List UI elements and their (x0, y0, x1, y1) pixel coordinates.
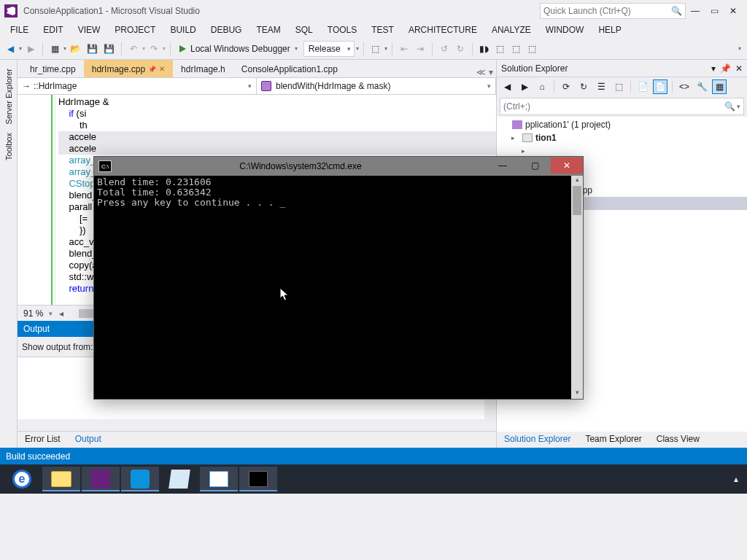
scope-select[interactable]: →::HdrImage (18, 78, 257, 94)
cmd-vscroll[interactable]: ▴ ▾ (571, 176, 583, 399)
menu-window[interactable]: WINDOW (538, 23, 592, 36)
se-refresh-button[interactable]: ↻ (576, 79, 591, 94)
file-tab[interactable]: hdrImage.h (173, 60, 233, 77)
se-preview-button[interactable]: 📄 (653, 79, 667, 94)
member-select[interactable]: blendWith(HdrImage & mask) (257, 78, 496, 94)
menu-build[interactable]: BUILD (163, 23, 203, 36)
se-dropdown-icon[interactable]: ▾ (711, 63, 716, 74)
taskbar-app-a[interactable] (121, 467, 159, 491)
scroll-down-button[interactable]: ▾ (571, 389, 583, 399)
file-tab[interactable]: hr_time.cpp (22, 60, 84, 77)
se-search-input[interactable] (503, 101, 724, 112)
right-bottom-tab-team-explorer[interactable]: Team Explorer (578, 432, 649, 448)
menu-architecture[interactable]: ARCHITECTURE (401, 23, 484, 36)
right-bottom-tab-class-view[interactable]: Class View (649, 432, 707, 448)
se-fwd-button[interactable]: ▶ (517, 79, 532, 94)
flag-button[interactable]: ▮◗ (477, 41, 492, 57)
cmd-body[interactable]: Blend time: 0.231606 Total time: 0.63634… (94, 176, 583, 399)
menu-analyze[interactable]: ANALYZE (484, 23, 538, 36)
menu-help[interactable]: HELP (591, 23, 628, 36)
menu-file[interactable]: FILE (3, 23, 36, 36)
taskbar-vs[interactable] (82, 467, 120, 491)
new-project-button[interactable]: ▦ (47, 41, 62, 57)
indent-button[interactable]: ⇤ (397, 41, 411, 57)
menu-tools[interactable]: TOOLS (320, 23, 364, 36)
quick-launch[interactable]: 🔍 (540, 3, 686, 19)
side-tab-server-explorer[interactable]: Server Explorer (3, 64, 15, 128)
se-sync-button[interactable]: ⟳ (559, 79, 573, 94)
start-debugging-button[interactable]: Local Windows Debugger ▾ (175, 40, 302, 58)
zoom-chevron-icon[interactable]: ▾ (49, 310, 55, 317)
forward-button[interactable]: ▶ (23, 41, 38, 57)
open-file-button[interactable]: 📂 (68, 41, 83, 57)
menu-view[interactable]: VIEW (71, 23, 108, 36)
close-tab-icon[interactable]: ✕ (159, 65, 165, 73)
se-back-button[interactable]: ◀ (500, 79, 514, 94)
bottom-tab-output[interactable]: Output (68, 432, 109, 448)
se-pin-icon[interactable]: 📌 (720, 63, 731, 74)
quick-launch-input[interactable] (543, 6, 671, 16)
scroll-left-button[interactable]: ◂ (55, 308, 67, 319)
cmd-close-button[interactable]: ✕ (551, 158, 583, 174)
output-hscroll[interactable] (18, 419, 484, 431)
bottom-tab-error-list[interactable]: Error List (18, 432, 68, 448)
taskbar-notepad[interactable] (160, 467, 198, 491)
se-collapse-button[interactable]: ☰ (594, 79, 608, 94)
cmd-maximize-button[interactable]: ▢ (519, 158, 551, 174)
expand-icon[interactable]: ▸ (511, 134, 519, 141)
menu-test[interactable]: TEST (364, 23, 401, 36)
tab-menu-icon[interactable]: ▾ (489, 67, 493, 77)
se-search[interactable]: 🔍 ▾ (500, 98, 744, 115)
se-code-button[interactable]: <> (677, 79, 692, 94)
taskbar-cmd[interactable] (239, 467, 277, 491)
taskbar-ie[interactable] (3, 467, 41, 491)
minimize-button[interactable]: — (686, 6, 705, 16)
se-properties-button[interactable]: 🔧 (694, 79, 709, 94)
save-all-button[interactable]: 💾 (101, 41, 117, 57)
se-class-view-button[interactable]: ▦ (712, 79, 727, 94)
solution-config-select[interactable]: Release (303, 41, 355, 57)
search-icon[interactable]: 🔍 (724, 101, 735, 112)
search-icon[interactable]: 🔍 (671, 6, 682, 16)
taskbar-explorer[interactable] (42, 467, 80, 491)
side-tab-toolbox[interactable]: Toolbox (3, 128, 15, 165)
chevron-down-icon[interactable]: ▾ (737, 103, 740, 110)
se-close-icon[interactable]: ✕ (735, 63, 743, 74)
zoom-level[interactable]: 91 % (18, 308, 49, 319)
undo-button[interactable]: ↶ (126, 41, 141, 57)
pin-icon[interactable]: 📌 (148, 66, 156, 73)
tree-node[interactable]: ▸tion1 (497, 131, 747, 144)
redo-button[interactable]: ↷ (147, 41, 161, 57)
cmd-minimize-button[interactable]: — (487, 158, 519, 174)
cmd-titlebar[interactable]: C:\ C:\Windows\system32\cmd.exe — ▢ ✕ (94, 157, 583, 176)
se-home-button[interactable]: ⌂ (535, 79, 549, 94)
toolbar-btn-c[interactable]: ⬚ (509, 41, 524, 57)
system-tray[interactable]: ▴ (728, 474, 744, 484)
menu-sql[interactable]: SQL (288, 23, 320, 36)
menu-team[interactable]: TEAM (249, 23, 287, 36)
maximize-button[interactable]: ▭ (705, 6, 724, 16)
tree-node[interactable]: pplication1' (1 project) (497, 118, 747, 131)
back-button[interactable]: ◀ (3, 41, 18, 57)
menu-project[interactable]: PROJECT (107, 23, 163, 36)
file-tab[interactable]: ConsoleApplication1.cpp (233, 60, 346, 77)
toolbar-btn-b[interactable]: ⬚ (493, 41, 508, 57)
menu-edit[interactable]: EDIT (36, 23, 70, 36)
toolbar-btn-d[interactable]: ⬚ (525, 41, 540, 57)
step-button[interactable]: ↺ (437, 41, 452, 57)
file-tab[interactable]: hdrImage.cpp📌✕ (84, 60, 173, 77)
expand-icon[interactable]: ▸ (522, 147, 530, 155)
toolbar-btn-a[interactable]: ⬚ (368, 41, 383, 57)
right-bottom-tab-solution-explorer[interactable]: Solution Explorer (497, 432, 578, 448)
taskbar-perfmon[interactable] (200, 467, 238, 491)
menu-debug[interactable]: DEBUG (204, 23, 249, 36)
save-button[interactable]: 💾 (85, 41, 100, 57)
se-show-all-button[interactable]: 📄 (635, 79, 650, 94)
tab-overflow-icon[interactable]: ≪ (476, 67, 486, 77)
close-button[interactable]: ✕ (724, 6, 743, 16)
step-button-2[interactable]: ↻ (453, 41, 468, 57)
scroll-up-button[interactable]: ▴ (571, 176, 583, 186)
se-btn-d[interactable]: ⬚ (611, 79, 626, 94)
outdent-button[interactable]: ⇥ (413, 41, 427, 57)
cmd-window[interactable]: C:\ C:\Windows\system32\cmd.exe — ▢ ✕ Bl… (93, 156, 584, 400)
